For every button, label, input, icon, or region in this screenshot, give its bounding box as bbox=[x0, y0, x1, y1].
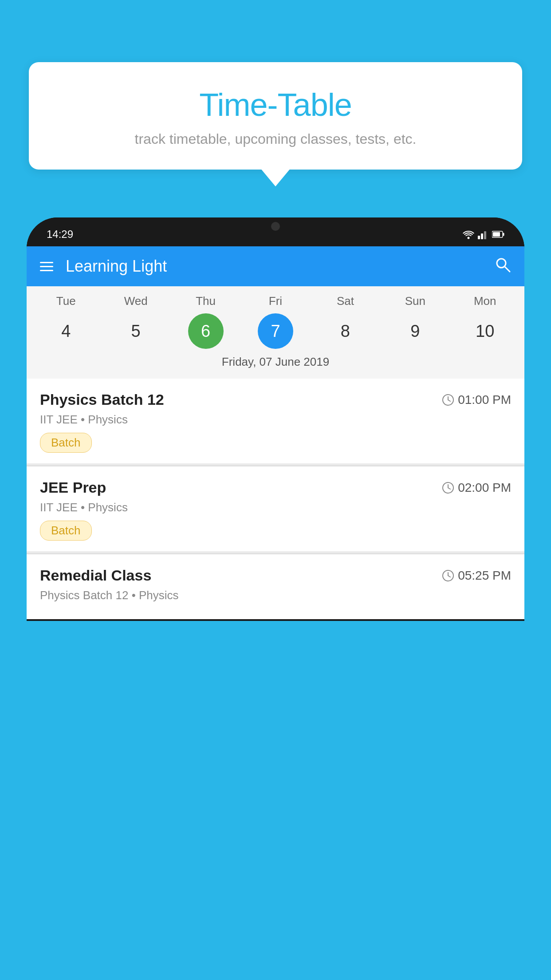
svg-rect-2 bbox=[481, 233, 483, 239]
day-header-label: Wed bbox=[118, 294, 153, 308]
status-time: 14:29 bbox=[47, 228, 73, 241]
clock-icon bbox=[442, 482, 454, 494]
phone-notch bbox=[249, 217, 302, 236]
speech-bubble-container: Time-Table track timetable, upcoming cla… bbox=[29, 62, 522, 170]
day-header-label: Fri bbox=[258, 294, 293, 308]
app-title: Learning Light bbox=[66, 257, 494, 276]
batch-badge: Batch bbox=[40, 433, 92, 453]
schedule-title: Physics Batch 12 bbox=[40, 391, 164, 408]
schedule-time: 02:00 PM bbox=[442, 481, 511, 495]
svg-point-0 bbox=[468, 237, 470, 239]
day-number[interactable]: 10 bbox=[467, 313, 503, 349]
svg-rect-3 bbox=[484, 231, 486, 239]
day-number[interactable]: 5 bbox=[118, 313, 153, 349]
status-bar: 14:29 bbox=[27, 217, 524, 246]
day-header-label: Thu bbox=[188, 294, 224, 308]
schedule-list: Physics Batch 12 01:00 PM IIT JEE • Phys… bbox=[27, 379, 524, 619]
schedule-title: JEE Prep bbox=[40, 479, 106, 496]
calendar-strip: TueWedThuFriSatSunMon 45678910 Friday, 0… bbox=[27, 286, 524, 379]
schedule-time: 01:00 PM bbox=[442, 393, 511, 407]
day-header-label: Mon bbox=[467, 294, 503, 308]
svg-line-17 bbox=[448, 576, 450, 577]
day-numbers: 45678910 bbox=[27, 313, 524, 349]
schedule-item-header: JEE Prep 02:00 PM bbox=[40, 479, 511, 496]
speech-bubble: Time-Table track timetable, upcoming cla… bbox=[29, 62, 522, 170]
battery-icon bbox=[492, 230, 504, 238]
bubble-subtitle: track timetable, upcoming classes, tests… bbox=[55, 131, 496, 147]
selected-date-label: Friday, 07 June 2019 bbox=[27, 355, 524, 374]
svg-line-14 bbox=[448, 488, 450, 489]
day-header-label: Sat bbox=[327, 294, 363, 308]
day-header-label: Sun bbox=[398, 294, 433, 308]
schedule-time: 05:25 PM bbox=[442, 569, 511, 583]
search-icon[interactable] bbox=[494, 256, 511, 277]
status-icons bbox=[463, 229, 504, 239]
day-number[interactable]: 9 bbox=[398, 313, 433, 349]
day-number[interactable]: 4 bbox=[48, 313, 84, 349]
svg-line-11 bbox=[448, 400, 450, 401]
svg-line-8 bbox=[505, 267, 510, 272]
phone-outer: 14:29 bbox=[27, 217, 524, 980]
day-number[interactable]: 6 bbox=[188, 313, 224, 349]
camera-icon bbox=[271, 222, 280, 231]
svg-rect-6 bbox=[493, 232, 500, 237]
wifi-icon bbox=[463, 229, 474, 239]
svg-rect-5 bbox=[503, 233, 504, 236]
menu-icon[interactable] bbox=[40, 262, 53, 271]
signal-icon bbox=[478, 229, 488, 239]
clock-icon bbox=[442, 394, 454, 406]
schedule-item[interactable]: JEE Prep 02:00 PM IIT JEE • Physics Batc… bbox=[27, 466, 524, 551]
schedule-subtitle: IIT JEE • Physics bbox=[40, 413, 511, 427]
batch-badge: Batch bbox=[40, 521, 92, 541]
schedule-item-header: Remedial Class 05:25 PM bbox=[40, 567, 511, 584]
bubble-title: Time-Table bbox=[55, 87, 496, 123]
day-headers: TueWedThuFriSatSunMon bbox=[27, 294, 524, 308]
svg-rect-1 bbox=[478, 236, 480, 239]
day-number[interactable]: 8 bbox=[327, 313, 363, 349]
clock-icon bbox=[442, 569, 454, 582]
schedule-item[interactable]: Remedial Class 05:25 PM Physics Batch 12… bbox=[27, 554, 524, 619]
schedule-subtitle: IIT JEE • Physics bbox=[40, 501, 511, 514]
schedule-title: Remedial Class bbox=[40, 567, 151, 584]
phone-frame: 14:29 bbox=[27, 217, 524, 621]
schedule-subtitle: Physics Batch 12 • Physics bbox=[40, 589, 511, 602]
day-header-label: Tue bbox=[48, 294, 84, 308]
schedule-item-header: Physics Batch 12 01:00 PM bbox=[40, 391, 511, 408]
schedule-item[interactable]: Physics Batch 12 01:00 PM IIT JEE • Phys… bbox=[27, 379, 524, 463]
app-header: Learning Light bbox=[27, 246, 524, 286]
day-number[interactable]: 7 bbox=[258, 313, 293, 349]
